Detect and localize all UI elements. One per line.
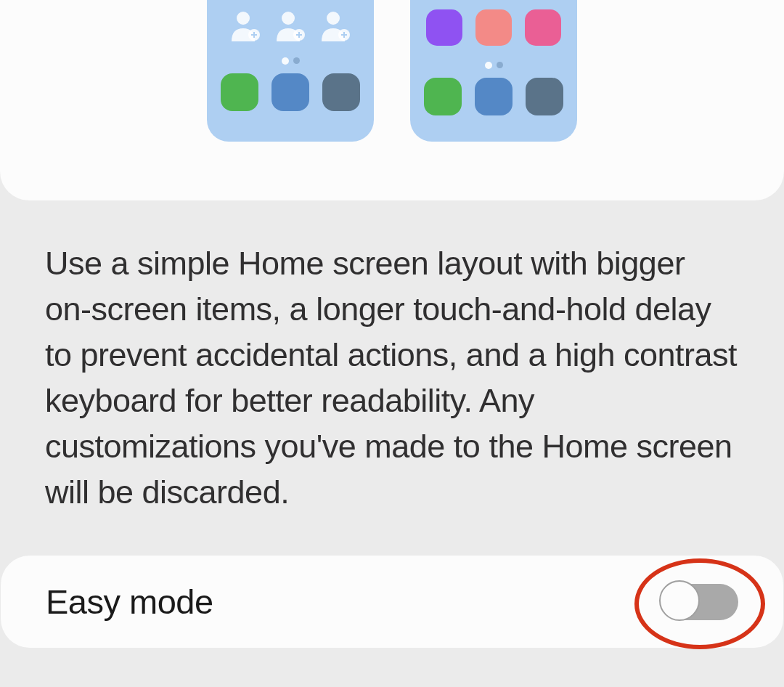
add-contact-icon — [320, 9, 351, 41]
dock — [221, 73, 360, 111]
page-dot-active — [282, 57, 289, 65]
dock-app-icon — [322, 73, 360, 111]
dock-app-icon — [475, 78, 513, 115]
dock-app-icon — [424, 78, 462, 115]
dock-app-icon — [221, 73, 258, 111]
dock — [424, 78, 563, 115]
easy-mode-row[interactable]: Easy mode — [1, 556, 783, 648]
page-dot — [497, 62, 503, 68]
svg-point-4 — [327, 12, 340, 25]
app-icon — [475, 9, 512, 46]
phone-preview-easy — [207, 0, 374, 142]
easy-mode-toggle[interactable] — [662, 584, 738, 620]
toggle-thumb — [659, 580, 700, 621]
add-contact-icon — [230, 9, 261, 41]
page-dot — [293, 57, 300, 64]
easy-mode-toggle-container — [662, 584, 738, 620]
preview-card — [0, 0, 784, 200]
dock-app-icon — [271, 73, 309, 111]
contacts-row — [230, 9, 351, 41]
app-icon — [426, 9, 462, 46]
easy-mode-label: Easy mode — [46, 582, 213, 622]
description-text: Use a simple Home screen layout with big… — [45, 240, 739, 515]
svg-point-0 — [237, 12, 250, 25]
phone-preview-standard — [410, 0, 577, 142]
description-block: Use a simple Home screen layout with big… — [0, 200, 784, 515]
svg-point-2 — [282, 12, 295, 25]
apps-row — [426, 9, 561, 46]
page-indicator — [485, 62, 503, 69]
page-indicator — [282, 57, 300, 65]
add-contact-icon — [275, 9, 306, 41]
page-dot-active — [485, 62, 492, 69]
app-icon — [525, 9, 561, 46]
dock-app-icon — [526, 78, 563, 115]
previews-container — [207, 0, 577, 142]
